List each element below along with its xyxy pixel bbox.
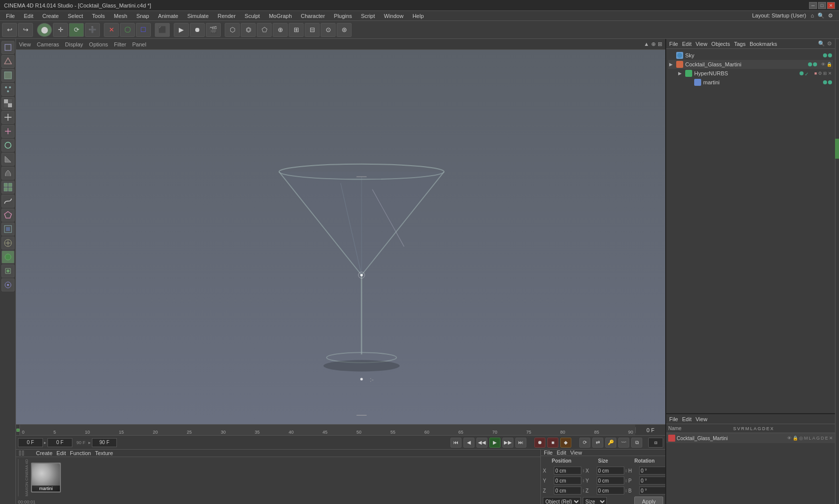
menu-plugins[interactable]: Plugins: [330, 12, 356, 20]
obj-act-hn-2[interactable]: ⚙: [818, 71, 822, 76]
obj-row-hypernurbs[interactable]: ▶ HyperNURBS ✓ ■ ⚙ ⊞ ✕: [668, 69, 833, 78]
mat-row-cocktail[interactable]: Cocktail_Glass_Martini 👁 🔒 ◎ M L A G D E…: [666, 433, 835, 443]
search-icon[interactable]: 🔍: [818, 12, 825, 18]
undo-button[interactable]: ↩: [2, 23, 17, 37]
left-btn-select-rect[interactable]: [1, 153, 14, 166]
mat-act-layer[interactable]: L: [809, 436, 811, 441]
obj-dot-martini-1[interactable]: [823, 80, 827, 84]
pos-x-stepper[interactable]: ↕: [582, 468, 585, 473]
obj-menu-file[interactable]: File: [669, 41, 678, 47]
obj-dot-sky-1[interactable]: [823, 53, 827, 57]
obj-act-vis[interactable]: 👁: [821, 62, 826, 67]
size-z-input[interactable]: [597, 487, 624, 495]
object-tool-z[interactable]: ☐: [136, 23, 151, 37]
redo-button[interactable]: ↪: [18, 23, 33, 37]
goto-start-button[interactable]: ⏮: [450, 438, 461, 448]
left-btn-select-circle[interactable]: [1, 167, 14, 180]
viewport-menu-options[interactable]: Options: [89, 41, 108, 47]
step-back-button[interactable]: ◀: [463, 438, 474, 448]
obj-menu-bookmarks[interactable]: Bookmarks: [750, 41, 777, 47]
rot-b-input[interactable]: [639, 487, 667, 495]
mat-act-glow[interactable]: G: [816, 436, 820, 441]
obj-dot-martini-2[interactable]: [828, 80, 832, 84]
left-btn-snap[interactable]: [1, 264, 14, 277]
light-tool[interactable]: ⊟: [305, 23, 320, 37]
mat-mgr-menu-edit[interactable]: Edit: [682, 416, 692, 422]
left-btn-mode-polygon[interactable]: [1, 69, 14, 82]
left-btn-mode-object[interactable]: [1, 41, 14, 54]
mat-act-eye[interactable]: 👁: [787, 436, 792, 441]
mat-mgr-menu-file[interactable]: File: [669, 416, 678, 422]
menu-character[interactable]: Character: [297, 12, 329, 20]
viewport-menu-panel[interactable]: Panel: [132, 41, 146, 47]
menu-tools[interactable]: Tools: [88, 12, 109, 20]
menu-animate[interactable]: Animate: [154, 12, 182, 20]
close-button[interactable]: ✕: [827, 2, 835, 9]
curve-button[interactable]: 〰: [618, 438, 629, 448]
mat-act-lock[interactable]: 🔒: [793, 436, 798, 441]
left-btn-rotate[interactable]: [1, 139, 14, 152]
menu-edit[interactable]: Edit: [20, 12, 37, 20]
obj-dot-cocktail-2[interactable]: [813, 62, 817, 66]
anim-play[interactable]: ▶: [174, 23, 189, 37]
mat-mgr-menu-view[interactable]: View: [696, 416, 708, 422]
loop-button[interactable]: ⟳: [579, 438, 590, 448]
obj-row-martini[interactable]: martini: [668, 78, 833, 87]
play-reverse-button[interactable]: ◀◀: [476, 438, 487, 448]
obj-dot-hypernurbs-check[interactable]: ✓: [805, 71, 811, 75]
size-y-stepper[interactable]: ↕: [625, 478, 628, 483]
timeline-ruler[interactable]: 0 5 10 15 20 25 30 35 40 45 50 55 60 65: [20, 425, 635, 435]
left-btn-array[interactable]: [1, 181, 14, 194]
left-btn-move[interactable]: [1, 111, 14, 124]
size-x-stepper[interactable]: ↕: [625, 468, 628, 473]
rot-h-input[interactable]: [639, 467, 667, 475]
menu-create[interactable]: Create: [38, 12, 63, 20]
apply-button[interactable]: Apply: [634, 497, 663, 504]
menu-script[interactable]: Script: [357, 12, 379, 20]
current-frame-display[interactable]: [47, 438, 72, 447]
deform-tool[interactable]: ⬠: [257, 23, 272, 37]
pos-y-input[interactable]: [554, 477, 581, 485]
record-button[interactable]: ⏺: [534, 438, 545, 448]
timeline-marker[interactable]: [16, 429, 19, 432]
viewport-icon-settings[interactable]: ⊕: [651, 41, 656, 47]
mat-menu-texture[interactable]: Texture: [95, 450, 113, 456]
bookmark-tab[interactable]: [835, 139, 839, 159]
menu-simulate[interactable]: Simulate: [183, 12, 213, 20]
obj-act-lock[interactable]: 🔒: [827, 62, 832, 67]
obj-dot-hypernurbs-1[interactable]: [800, 71, 804, 75]
obj-expand-cocktail[interactable]: ▶: [669, 62, 674, 67]
step-forward-button[interactable]: ▶▶: [502, 438, 513, 448]
obj-menu-tags[interactable]: Tags: [734, 41, 746, 47]
cube-primitive[interactable]: ⬡: [225, 23, 240, 37]
nurbs-tool[interactable]: ⏣: [241, 23, 256, 37]
obj-row-sky[interactable]: Sky: [668, 51, 833, 60]
dope-button[interactable]: ⧉: [631, 438, 642, 448]
mat-act-deform[interactable]: D: [821, 436, 824, 441]
menu-help[interactable]: Help: [409, 12, 428, 20]
settings-icon[interactable]: ⚙: [828, 12, 833, 18]
obj-menu-objects[interactable]: Objects: [711, 41, 730, 47]
mat-menu-create[interactable]: Create: [36, 450, 52, 456]
obj-icon-settings[interactable]: ⚙: [827, 40, 832, 47]
scale-tool[interactable]: ⟳: [69, 23, 84, 37]
sky-tool[interactable]: ⊛: [337, 23, 352, 37]
left-btn-active[interactable]: [1, 251, 14, 263]
mat-act-delete[interactable]: ✕: [829, 436, 833, 441]
maximize-button[interactable]: □: [818, 2, 826, 9]
props-menu-edit[interactable]: Edit: [557, 450, 566, 456]
object-tool-y[interactable]: 〇: [120, 23, 135, 37]
viewport-menu-display[interactable]: Display: [65, 41, 83, 47]
props-menu-view[interactable]: View: [570, 450, 582, 456]
obj-act-mat-hn[interactable]: ■: [815, 71, 817, 76]
menu-mograph[interactable]: MoGraph: [265, 12, 296, 20]
left-btn-coord[interactable]: [1, 278, 14, 291]
left-btn-mode-edge[interactable]: [1, 55, 14, 68]
mat-menu-edit[interactable]: Edit: [56, 450, 66, 456]
floor-tool[interactable]: ⊙: [321, 23, 336, 37]
pos-z-input[interactable]: [554, 487, 581, 495]
mat-act-env[interactable]: E: [825, 436, 828, 441]
viewport-icon-up[interactable]: ▲: [644, 41, 649, 47]
obj-row-cocktail[interactable]: ▶ Cocktail_Glass_Martini 👁 🔒: [668, 60, 833, 69]
mat-act-motion[interactable]: M: [804, 436, 808, 441]
